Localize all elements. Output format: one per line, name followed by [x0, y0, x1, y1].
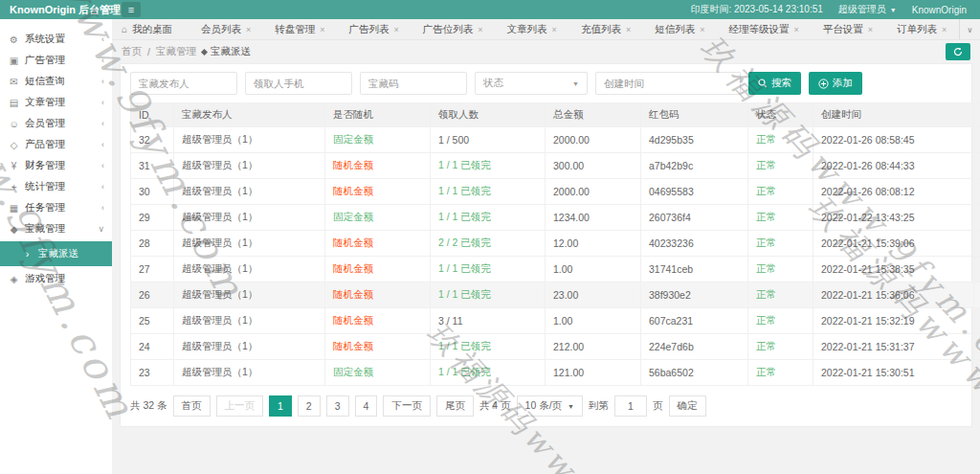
cell-claim-count: 1 / 1 已领完 [438, 366, 491, 377]
page-button[interactable]: 2 [298, 395, 321, 417]
sidebar: ⚙ 系统设置 ‹ ▣ 广告管理 ‹ ✉ 短信查询 ‹ ▤ 文章管理 ‹ [0, 19, 112, 474]
page-button[interactable]: 1 [269, 395, 292, 417]
sidebar-item[interactable]: ▣ 广告管理 ‹ [0, 50, 112, 71]
sidebar-item[interactable]: ▤ 文章管理 ‹ [0, 92, 112, 113]
code-filter-input[interactable] [360, 72, 467, 95]
status-badge: 正常 [756, 340, 776, 351]
page-button[interactable]: 尾页 [436, 395, 474, 417]
chevron-down-icon: ∨ [968, 26, 973, 34]
sidebar-item[interactable]: ¥ 财务管理 ‹ [0, 155, 112, 176]
home-icon: ⌂ [122, 24, 127, 34]
cell-total-amount: 2000.00 [546, 179, 641, 205]
tab[interactable]: 转盘管理 × [260, 19, 334, 39]
column-header: 操作 [974, 103, 980, 127]
tab[interactable]: 经理等级设置 × [714, 19, 808, 39]
cell-redpacket-code: a7b42b9c [641, 153, 748, 179]
breadcrumb-section[interactable]: 宝藏管理 [156, 45, 196, 58]
tab[interactable]: 平台设置 × [809, 19, 882, 39]
cell-id: 32 [131, 127, 174, 153]
table-row: 29 超级管理员（1） 固定金额 1 / 1 已领完 1234.00 26073… [131, 205, 980, 231]
server-time: 印度时间: 2023-05-14 23:10:51 [690, 3, 822, 16]
cell-random-mode: 固定金额 [333, 366, 373, 377]
page-button[interactable]: 3 [326, 395, 349, 417]
sidebar-item[interactable]: ✉ 短信查询 ‹ [0, 71, 112, 92]
tab[interactable]: ⌂ 我的桌面 [112, 19, 187, 39]
tab[interactable]: 充值列表 × [567, 19, 640, 39]
close-icon[interactable]: × [793, 25, 798, 34]
tab[interactable]: 文章列表 × [493, 19, 567, 39]
table-header-row: ID宝藏发布人是否随机领取人数总金额红包码状态创建时间操作 [131, 103, 980, 127]
breadcrumb-current: 宝藏派送 [202, 45, 251, 58]
sidebar-item-label: 财务管理 [25, 159, 101, 172]
tab[interactable]: 订单列表 × [882, 19, 956, 39]
sidebar-item[interactable]: › 宝藏派送 [0, 241, 112, 266]
refresh-button[interactable] [946, 43, 970, 60]
page-button[interactable]: 上一页 [216, 395, 264, 417]
app-logo: KnownOrigin 后台管理 [0, 3, 112, 17]
cell-created-time: 2022-01-22 13:43:25 [813, 205, 974, 231]
close-icon[interactable]: × [700, 25, 704, 34]
page-button[interactable]: 首页 [173, 395, 211, 417]
sidebar-toggle-button[interactable]: ≡ [122, 2, 141, 17]
status-badge: 正常 [756, 237, 776, 248]
close-icon[interactable]: × [246, 25, 251, 34]
sms-envelope-icon: ✉ [8, 77, 20, 87]
cell-id: 29 [131, 205, 174, 231]
status-select[interactable]: 状态 ▼ [475, 72, 588, 95]
per-page-select[interactable]: 10 条/页 ▼ [517, 395, 583, 417]
column-header: 宝藏发布人 [174, 103, 325, 127]
search-button[interactable]: 搜索 [748, 72, 801, 95]
cell-random-mode: 固定金额 [333, 133, 373, 145]
close-icon[interactable]: × [478, 25, 482, 34]
sidebar-item-label: 任务管理 [25, 201, 101, 214]
sidebar-item[interactable]: ◆ 宝藏管理 ∨ [0, 218, 112, 239]
page-button[interactable]: 4 [355, 395, 378, 417]
chevron-icon: ‹ [101, 140, 104, 149]
close-icon[interactable]: × [394, 25, 399, 34]
close-icon[interactable]: × [868, 25, 873, 34]
cell-created-time: 2022-01-21 15:30:51 [813, 360, 974, 386]
column-header: 红包码 [641, 103, 748, 127]
sidebar-item[interactable]: ⚙ 系统设置 ‹ [0, 29, 112, 50]
status-badge: 正常 [756, 366, 776, 377]
cell-created-time: 2022-01-21 15:31:37 [813, 334, 974, 360]
created-time-filter-input[interactable] [595, 72, 741, 95]
table-row: 31 超级管理员（1） 随机金额 1 / 1 已领完 300.00 a7b42b… [131, 153, 980, 179]
cell-id: 23 [131, 360, 174, 386]
sidebar-item[interactable]: ◈ 游戏管理 [0, 268, 112, 289]
user-menu[interactable]: 超级管理员 ▼ [838, 3, 897, 16]
tab-label: 订单列表 [897, 23, 937, 36]
column-header: 是否随机 [325, 103, 431, 127]
chevron-icon: ‹ [101, 203, 104, 213]
tab-label: 我的桌面 [132, 23, 172, 36]
close-icon[interactable]: × [552, 25, 557, 34]
sidebar-item[interactable]: ◇ 产品管理 ‹ [0, 134, 112, 155]
top-header-bar: KnownOrigin 后台管理 ≡ 印度时间: 2023-05-14 23:1… [0, 0, 980, 19]
phone-filter-input[interactable] [245, 72, 352, 95]
tab-label: 广告列表 [349, 23, 390, 36]
breadcrumb: 首页 / 宝藏管理 宝藏派送 [112, 40, 980, 63]
goto-confirm-button[interactable]: 确定 [669, 395, 706, 417]
tab[interactable]: 短信列表 × [640, 19, 714, 39]
publisher-filter-input[interactable] [130, 72, 237, 95]
tab[interactable]: 广告列表 × [335, 19, 409, 39]
sidebar-item[interactable]: ▦ 任务管理 ‹ [0, 197, 112, 218]
member-icon: ☺ [8, 119, 20, 129]
goto-page-input[interactable] [614, 395, 647, 417]
close-icon[interactable]: × [320, 25, 324, 34]
sidebar-item[interactable]: ＋ 统计管理 ‹ [0, 176, 112, 197]
breadcrumb-home[interactable]: 首页 [122, 45, 142, 58]
close-icon[interactable]: × [942, 25, 947, 34]
cell-created-time: 2022-01-26 08:08:12 [813, 179, 974, 205]
close-icon[interactable]: × [626, 25, 631, 34]
add-button[interactable]: 添加 [809, 72, 862, 95]
page-button[interactable]: 下一页 [383, 395, 431, 417]
chevron-icon: ‹ [101, 77, 104, 86]
tab-overflow-button[interactable]: ∨ [959, 19, 980, 40]
tab-label: 充值列表 [581, 23, 621, 36]
sidebar-item[interactable]: ☺ 会员管理 ‹ [0, 113, 112, 134]
cell-publisher: 超级管理员（1） [174, 153, 325, 179]
tab[interactable]: 广告位列表 × [409, 19, 493, 39]
cell-random-mode: 随机金额 [333, 262, 373, 274]
tab[interactable]: 会员列表 × [187, 19, 260, 39]
